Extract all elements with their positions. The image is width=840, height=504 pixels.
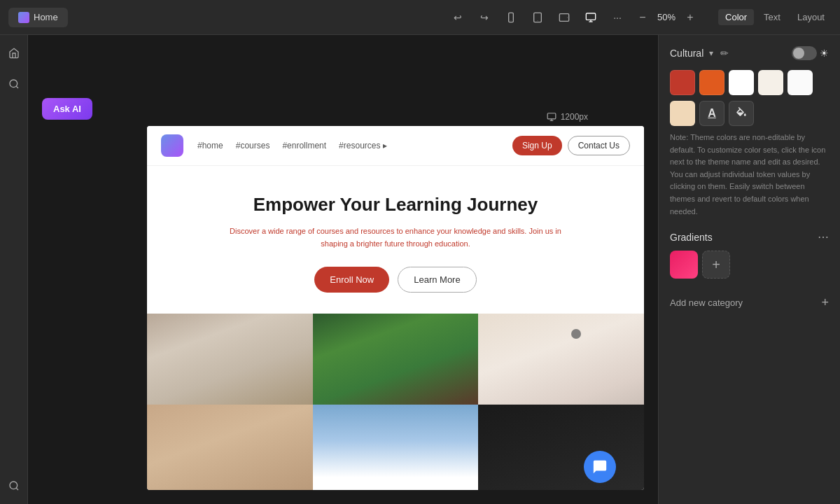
tab-logo-icon: [18, 12, 29, 23]
image-sky: [313, 405, 479, 490]
sun-icon: ☀: [820, 48, 829, 59]
add-category-label: Add new category: [670, 298, 743, 308]
undo-button[interactable]: ↩: [448, 8, 468, 27]
tablet-landscape-button[interactable]: [554, 8, 574, 27]
chat-bubble-button[interactable]: [584, 451, 616, 483]
zoom-value: 50%: [654, 12, 679, 22]
nav-link-courses[interactable]: #courses: [236, 141, 270, 150]
image-aerial: [147, 314, 313, 405]
zoom-out-button[interactable]: −: [634, 9, 651, 26]
canvas-area: Ask AI 1200px #home #courses #enrollment…: [28, 35, 658, 504]
gradient-add-button[interactable]: +: [702, 251, 730, 279]
enroll-button[interactable]: Enroll Now: [314, 267, 389, 293]
color-swatch-dark-orange[interactable]: [670, 70, 695, 95]
sidebar-home-icon[interactable]: [4, 43, 24, 63]
top-controls: ↩ ↪ ··· − 50% +: [448, 8, 699, 27]
gradients-title: Gradients: [670, 232, 713, 243]
color-swatch-orange[interactable]: [699, 70, 724, 95]
add-category-plus-icon: +: [821, 295, 829, 310]
image-grid-top: [147, 314, 644, 405]
main-layout: Ask AI 1200px #home #courses #enrollment…: [0, 35, 840, 504]
image-plant: [313, 314, 479, 405]
redo-button[interactable]: ↪: [475, 8, 494, 27]
hero-section: Empower Your Learning Journey Discover a…: [147, 166, 644, 314]
svg-rect-0: [509, 13, 514, 22]
add-category-row[interactable]: Add new category +: [670, 290, 829, 316]
image-fabric: [478, 314, 644, 405]
learn-more-button[interactable]: Learn More: [398, 267, 476, 293]
hero-title: Empower Your Learning Journey: [161, 194, 630, 216]
more-options-button[interactable]: ···: [608, 8, 627, 27]
nav-link-enrollment[interactable]: #enrollment: [282, 141, 326, 150]
svg-rect-2: [534, 13, 542, 22]
left-sidebar: [0, 35, 28, 504]
gradients-header: Gradients ⋯: [670, 230, 829, 244]
site-logo-icon: [161, 134, 183, 157]
svg-rect-13: [547, 113, 556, 119]
image-dark: [478, 405, 644, 490]
tab-color[interactable]: Color: [718, 9, 754, 25]
tab-text[interactable]: Text: [757, 9, 788, 25]
tablet-view-button[interactable]: [528, 8, 547, 27]
nav-links: #home #courses #enrollment #resources ▸: [197, 141, 512, 150]
zoom-in-button[interactable]: +: [682, 9, 699, 26]
image-grid-bottom: [147, 405, 644, 490]
color-swatches-row1: [670, 70, 829, 95]
svg-rect-4: [559, 13, 568, 21]
right-panel: Cultural ▾ ✏ ☀: [658, 35, 840, 504]
site-nav: #home #courses #enrollment #resources ▸ …: [147, 126, 644, 166]
tab-layout[interactable]: Layout: [790, 9, 832, 25]
hero-buttons: Enroll Now Learn More: [161, 267, 630, 293]
gradient-swatch-1[interactable]: [670, 251, 698, 279]
image-people: [147, 405, 313, 490]
hero-subtitle: Discover a wide range of courses and res…: [220, 225, 570, 250]
sidebar-search-bottom-icon[interactable]: [4, 476, 24, 496]
tab-label: Home: [34, 12, 58, 22]
fill-icon[interactable]: [729, 101, 754, 126]
nav-link-home[interactable]: #home: [197, 141, 223, 150]
panel-note: Note: Theme colors are non-editable by d…: [670, 132, 829, 218]
contact-button[interactable]: Contact Us: [568, 136, 630, 155]
color-swatch-white[interactable]: [729, 70, 754, 95]
theme-toggle-track[interactable]: [792, 46, 817, 60]
theme-row: Cultural ▾ ✏ ☀: [670, 46, 829, 60]
color-swatch-skin[interactable]: [670, 101, 695, 126]
theme-name: Cultural: [670, 48, 704, 59]
theme-edit-icon[interactable]: ✏: [720, 48, 729, 59]
gradient-row: +: [670, 251, 829, 279]
desktop-view-button[interactable]: [581, 8, 601, 27]
theme-chevron-icon[interactable]: ▾: [709, 48, 713, 58]
svg-line-10: [16, 86, 18, 88]
panel-scroll-content: Cultural ▾ ✏ ☀: [659, 35, 840, 504]
nav-link-resources[interactable]: #resources ▸: [339, 141, 387, 150]
svg-point-9: [10, 80, 18, 88]
nav-actions: Sign Up Contact Us: [512, 136, 630, 155]
sidebar-search-icon[interactable]: [4, 74, 24, 94]
theme-toggle: ☀: [792, 46, 829, 60]
svg-point-11: [10, 482, 18, 489]
home-tab[interactable]: Home: [8, 8, 68, 27]
signup-button[interactable]: Sign Up: [512, 136, 562, 155]
mobile-view-button[interactable]: [501, 8, 521, 27]
svg-rect-6: [586, 13, 595, 20]
size-indicator: 1200px: [547, 112, 588, 122]
gradients-more-icon[interactable]: ⋯: [818, 230, 829, 244]
ask-ai-button[interactable]: Ask AI: [42, 98, 92, 120]
svg-line-12: [16, 488, 18, 490]
theme-toggle-thumb: [793, 48, 804, 59]
size-label: 1200px: [561, 112, 588, 122]
color-swatches-row2: A: [670, 101, 829, 126]
color-swatch-cream[interactable]: [758, 70, 783, 95]
top-bar: Home ↩ ↪ ··· − 50% + Color Text Layout: [0, 0, 840, 35]
panel-tab-group: Color Text Layout: [718, 9, 832, 25]
website-preview: #home #courses #enrollment #resources ▸ …: [147, 126, 644, 490]
zoom-control: − 50% +: [634, 9, 699, 26]
color-swatch-offwhite[interactable]: [788, 70, 813, 95]
text-color-icon[interactable]: A: [699, 101, 724, 126]
